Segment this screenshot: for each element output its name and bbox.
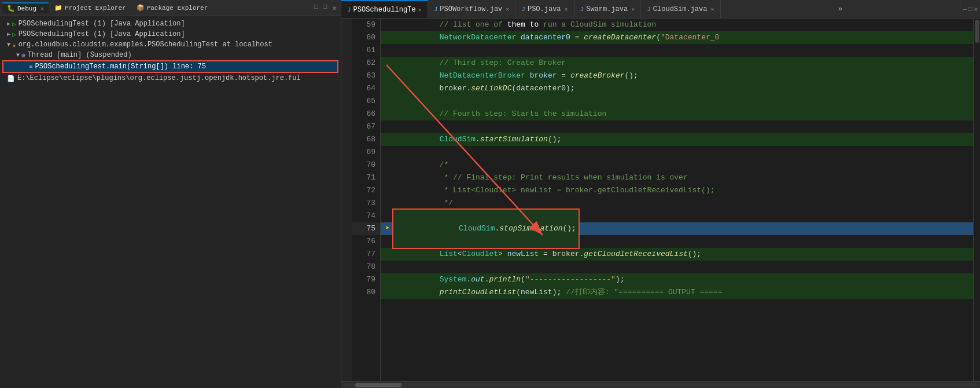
- debug-tab-label: Debug: [17, 5, 36, 12]
- line-num-66: 66: [352, 108, 380, 120]
- tab-cloudsim[interactable]: J CloudSim.java ✕: [641, 0, 720, 18]
- tab-active-marker: ✕: [418, 6, 422, 13]
- project-icon: 📁: [54, 4, 62, 12]
- line-num-77: 77: [352, 248, 380, 261]
- code-line-60: NetworkDatacenter datacenter0 = createDa…: [381, 31, 973, 44]
- package-tab-label: Package Explorer: [147, 5, 208, 12]
- line-numbers: 59 60 61 62 63 64 65 66 67 68 69 70 71 7…: [352, 19, 381, 381]
- editor-maximize-btn[interactable]: □: [968, 6, 972, 13]
- editor-minimize-btn[interactable]: —: [963, 6, 967, 13]
- scrollbar-thumb[interactable]: [975, 20, 979, 43]
- tree-label-2: PSOSchedulingTest (1) [Java Application]: [19, 30, 185, 38]
- vertical-scrollbar[interactable]: [973, 19, 980, 381]
- close-tab-2[interactable]: ✕: [506, 6, 509, 13]
- class-icon: ☕: [12, 41, 16, 49]
- tree-item-run1[interactable]: ▶ ▷ PSOSchedulingTest (1) [Java Applicat…: [0, 19, 341, 29]
- right-panel: J PSOSchedulingTe ✕ J PSOWorkflow.jav ✕ …: [341, 0, 980, 388]
- file-icon-4: J: [580, 6, 584, 13]
- code-line-67: [381, 120, 973, 133]
- code-line-78: [381, 261, 973, 273]
- line-num-74: 74: [352, 210, 380, 222]
- line-num-72: 72: [352, 184, 380, 197]
- line-num-79: 79: [352, 273, 380, 286]
- code-line-62: // Third step: Create Broker: [381, 57, 973, 69]
- tree-label-1: PSOSchedulingTest (1) [Java Application]: [19, 20, 185, 28]
- left-tab-bar: 🐛 Debug ✕ 📁 Project Explorer 📦 Package E…: [0, 0, 341, 16]
- line-num-68: 68: [352, 133, 380, 146]
- line-num-63: 63: [352, 69, 380, 82]
- line-num-61: 61: [352, 44, 380, 57]
- close-left-btn[interactable]: ✕: [330, 3, 338, 13]
- file-icon-5: J: [647, 6, 651, 13]
- maximize-left-btn[interactable]: □: [322, 3, 329, 13]
- tree-label-4: Thread [main] (Suspended): [28, 51, 132, 59]
- line-num-76: 76: [352, 235, 380, 248]
- tree-item-stack-frame[interactable]: ≡ PSOSchedulingTest.main(String[]) line:…: [2, 60, 338, 73]
- file-icon-2: J: [434, 6, 438, 13]
- line-num-75: 75: [352, 222, 380, 235]
- minimize-left-btn[interactable]: □: [312, 3, 320, 13]
- h-scroll-thumb[interactable]: [355, 383, 401, 387]
- line-num-69: 69: [352, 146, 380, 159]
- tab-pso-scheduling[interactable]: J PSOSchedulingTe ✕: [341, 0, 428, 18]
- code-line-69: [381, 146, 973, 159]
- project-tab-label: Project Explorer: [65, 5, 126, 12]
- current-line-arrow: ➤: [385, 222, 390, 235]
- tab-swarm[interactable]: J Swarm.java ✕: [574, 0, 642, 18]
- run-icon-2: ▷: [12, 31, 16, 38]
- code-line-64: broker.setLinkDC(datacenter0);: [381, 82, 973, 95]
- expand-arrow-1[interactable]: ▶: [7, 20, 10, 27]
- code-content[interactable]: // list one of them to run a CloudSim si…: [381, 19, 973, 381]
- line-num-64: 64: [352, 82, 380, 95]
- code-line-80: printCloudLetList(newList); //打印内容: "===…: [381, 286, 973, 299]
- thread-icon: ⚙: [21, 52, 25, 59]
- code-line-77: List<Cloudlet> newList = broker.getCloud…: [381, 248, 973, 261]
- line-num-59: 59: [352, 19, 380, 31]
- code-line-75: ➤ CloudSim.stopSimulation();: [381, 222, 973, 235]
- close-tab-5[interactable]: ✕: [710, 6, 714, 13]
- tree-item-class[interactable]: ▼ ☕ org.cloudbus.cloudsim.examples.PSOSc…: [0, 39, 341, 50]
- debug-tree: ▶ ▷ PSOSchedulingTest (1) [Java Applicat…: [0, 16, 341, 388]
- tab-pso-workflow[interactable]: J PSOWorkflow.jav ✕: [428, 0, 516, 18]
- tab-project-explorer[interactable]: 📁 Project Explorer: [50, 3, 131, 13]
- tab-overflow[interactable]: »: [833, 0, 847, 18]
- horizontal-scrollbar[interactable]: [341, 381, 980, 388]
- expand-arrow-3[interactable]: ▼: [7, 42, 10, 48]
- line-num-62: 62: [352, 57, 380, 69]
- editor-tabs: J PSOSchedulingTe ✕ J PSOWorkflow.jav ✕ …: [341, 0, 980, 19]
- tree-item-jre[interactable]: 📄 E:\Eclipse\eclipse\plugins\org.eclipse…: [0, 73, 341, 83]
- tab-label-3: PSO.java: [528, 5, 561, 13]
- line-num-65: 65: [352, 95, 380, 108]
- stack-frame-icon: ≡: [29, 63, 33, 70]
- close-tab-4[interactable]: ✕: [631, 6, 635, 13]
- h-scroll-track[interactable]: [344, 383, 978, 387]
- editor-close-btn[interactable]: ✕: [974, 5, 978, 13]
- close-tab-3[interactable]: ✕: [565, 6, 568, 13]
- file-icon-1: J: [347, 6, 351, 13]
- code-line-65: [381, 95, 973, 108]
- tab-label-2: PSOWorkflow.jav: [440, 5, 502, 13]
- tree-item-run2[interactable]: ▶ ▷ PSOSchedulingTest (1) [Java Applicat…: [0, 29, 341, 39]
- tree-item-thread[interactable]: ▼ ⚙ Thread [main] (Suspended): [0, 50, 341, 60]
- expand-arrow-2[interactable]: ▶: [7, 31, 10, 38]
- debug-icon: 🐛: [7, 5, 15, 12]
- jre-icon: 📄: [7, 75, 15, 82]
- line-num-73: 73: [352, 197, 380, 210]
- line-num-60: 60: [352, 31, 380, 44]
- code-line-59: // list one of them to run a CloudSim si…: [381, 19, 973, 31]
- line-num-70: 70: [352, 159, 380, 171]
- tab-package-explorer[interactable]: 📦 Package Explorer: [132, 3, 213, 13]
- run-icon-1: ▷: [12, 20, 16, 28]
- code-line-71: * // Final step: Print results when simu…: [381, 171, 973, 184]
- editor-gutter: [341, 19, 352, 381]
- code-line-68: CloudSim.startSimulation();: [381, 133, 973, 146]
- left-panel: 🐛 Debug ✕ 📁 Project Explorer 📦 Package E…: [0, 0, 341, 388]
- boxed-code: CloudSim.stopSimulation();: [392, 208, 580, 249]
- tab-label-5: CloudSim.java: [653, 5, 708, 13]
- tab-debug[interactable]: 🐛 Debug ✕: [2, 2, 49, 13]
- code-line-73: */: [381, 197, 973, 210]
- tree-label-6: E:\Eclipse\eclipse\plugins\org.eclipse.j…: [17, 74, 301, 82]
- tab-pso-java[interactable]: J PSO.java ✕: [515, 0, 574, 18]
- debug-tab-close[interactable]: ✕: [40, 5, 44, 12]
- expand-arrow-4[interactable]: ▼: [16, 52, 20, 58]
